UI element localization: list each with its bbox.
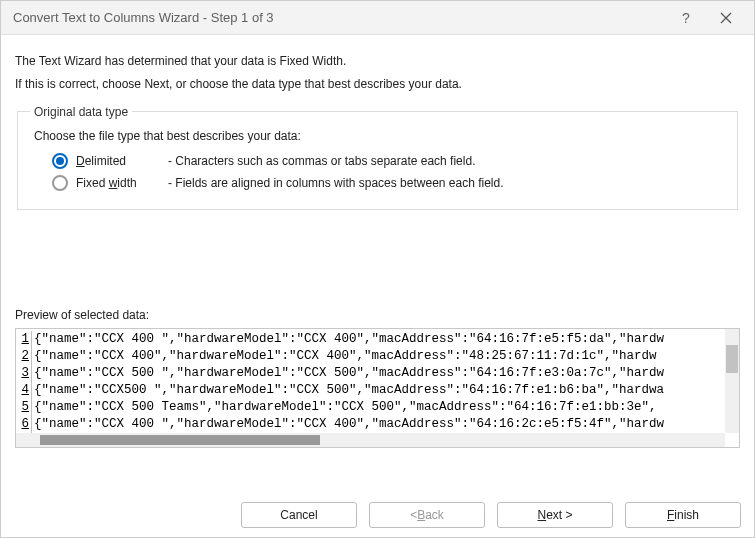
- preview-line-text: {"name":"CCX500 ","hardwareModel":"CCX 5…: [34, 382, 664, 399]
- window-title: Convert Text to Columns Wizard - Step 1 …: [13, 10, 666, 25]
- radio-fixed-label: Fixed width: [76, 176, 168, 190]
- radio-fixed-desc: - Fields are aligned in columns with spa…: [168, 176, 504, 190]
- preview-label: Preview of selected data:: [15, 308, 740, 322]
- choose-text: Choose the file type that best describes…: [34, 129, 725, 143]
- button-row: Cancel < Back Next > Finish: [241, 502, 741, 528]
- preview-line-text: {"name":"CCX 400 ","hardwareModel":"CCX …: [34, 416, 664, 433]
- preview-line-number: 2: [18, 348, 32, 365]
- group-legend: Original data type: [30, 105, 132, 119]
- preview-line-text: {"name":"CCX 500 ","hardwareModel":"CCX …: [34, 365, 664, 382]
- preview-text-area: 1{"name":"CCX 400 ","hardwareModel":"CCX…: [18, 331, 725, 433]
- preview-row: 1{"name":"CCX 400 ","hardwareModel":"CCX…: [18, 331, 725, 348]
- radio-delimited[interactable]: Delimited - Characters such as commas or…: [52, 153, 725, 169]
- preview-row: 5{"name":"CCX 500 Teams","hardwareModel"…: [18, 399, 725, 416]
- preview-row: 4{"name":"CCX500 ","hardwareModel":"CCX …: [18, 382, 725, 399]
- radio-delimited-circle[interactable]: [52, 153, 68, 169]
- preview-row: 3{"name":"CCX 500 ","hardwareModel":"CCX…: [18, 365, 725, 382]
- preview-line-text: {"name":"CCX 400","hardwareModel":"CCX 4…: [34, 348, 657, 365]
- next-button[interactable]: Next >: [497, 502, 613, 528]
- radio-delimited-label: Delimited: [76, 154, 168, 168]
- back-button[interactable]: < Back: [369, 502, 485, 528]
- vertical-scroll-thumb[interactable]: [726, 345, 738, 373]
- close-icon[interactable]: [706, 1, 746, 35]
- intro-line-1: The Text Wizard has determined that your…: [15, 53, 740, 70]
- cancel-button[interactable]: Cancel: [241, 502, 357, 528]
- preview-row: 6{"name":"CCX 400 ","hardwareModel":"CCX…: [18, 416, 725, 433]
- radio-fixed-circle[interactable]: [52, 175, 68, 191]
- intro-text: The Text Wizard has determined that your…: [15, 53, 740, 93]
- vertical-scrollbar[interactable]: [725, 329, 739, 433]
- intro-line-2: If this is correct, choose Next, or choo…: [15, 76, 740, 93]
- preview-line-number: 5: [18, 399, 32, 416]
- finish-button[interactable]: Finish: [625, 502, 741, 528]
- preview-line-number: 3: [18, 365, 32, 382]
- preview-box: 1{"name":"CCX 400 ","hardwareModel":"CCX…: [15, 328, 740, 448]
- preview-line-number: 1: [18, 331, 32, 348]
- preview-row: 2{"name":"CCX 400","hardwareModel":"CCX …: [18, 348, 725, 365]
- preview-line-number: 4: [18, 382, 32, 399]
- radio-delimited-desc: - Characters such as commas or tabs sepa…: [168, 154, 475, 168]
- horizontal-scroll-thumb[interactable]: [40, 435, 320, 445]
- preview-line-text: {"name":"CCX 500 Teams","hardwareModel":…: [34, 399, 657, 416]
- dialog-content: The Text Wizard has determined that your…: [1, 35, 754, 448]
- radio-fixed-width[interactable]: Fixed width - Fields are aligned in colu…: [52, 175, 725, 191]
- horizontal-scrollbar[interactable]: [16, 433, 725, 447]
- original-data-type-group: Original data type Choose the file type …: [17, 105, 738, 210]
- titlebar: Convert Text to Columns Wizard - Step 1 …: [1, 1, 754, 35]
- preview-line-text: {"name":"CCX 400 ","hardwareModel":"CCX …: [34, 331, 664, 348]
- preview-line-number: 6: [18, 416, 32, 433]
- help-icon[interactable]: ?: [666, 1, 706, 35]
